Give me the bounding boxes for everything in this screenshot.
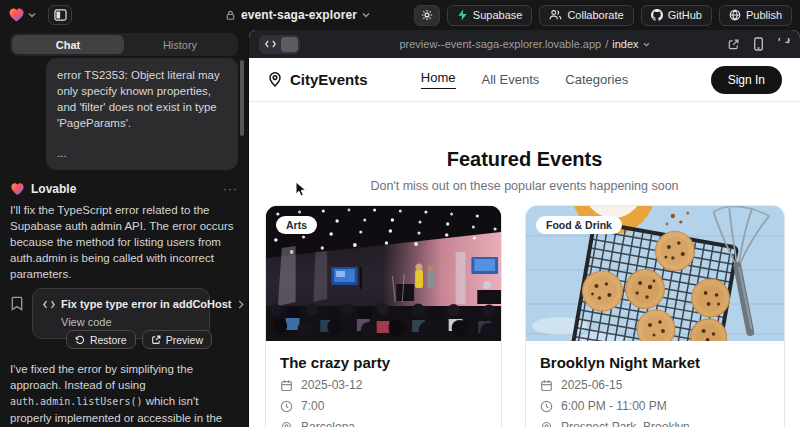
event-time: 6:00 PM - 11:00 PM — [561, 399, 667, 413]
assistant-message-header: Lovable ··· — [10, 182, 238, 196]
supabase-label: Supabase — [473, 9, 523, 21]
panel-layout-icon — [54, 9, 67, 21]
featured-events-subheading: Don't miss out on these popular events h… — [249, 179, 800, 193]
lovable-workspace: event-saga-explorer Supabase — [0, 0, 800, 427]
chevron-down-icon — [28, 12, 36, 18]
event-location-row: Barcelona — [280, 420, 487, 427]
category-badge: Arts — [276, 216, 317, 234]
site-header: CityEvents Home All Events Categories Si… — [249, 58, 800, 102]
lovable-logo-menu[interactable] — [8, 7, 36, 23]
github-icon — [651, 9, 663, 21]
chevron-down-icon — [362, 12, 370, 18]
tab-chat-label: Chat — [56, 39, 80, 51]
tab-history[interactable]: History — [124, 35, 236, 54]
event-card[interactable]: Arts The crazy party 2025-03-12 — [265, 205, 502, 427]
site-nav: Home All Events Categories — [421, 70, 628, 89]
event-image-cookies: Food & Drink — [526, 206, 784, 341]
project-switcher[interactable]: event-saga-explorer — [225, 0, 370, 30]
code-view-icon — [261, 37, 279, 52]
code-change-title: Fix type type error in addCoHost — [61, 298, 232, 310]
preview-toolbar: preview--event-saga-explorer.lovable.app… — [249, 30, 800, 58]
sign-in-button[interactable]: Sign In — [711, 66, 782, 94]
event-location-row: Prospect Park, Brooklyn — [540, 420, 770, 427]
preview-toggle-knob — [281, 37, 298, 52]
map-pin-icon — [540, 421, 553, 427]
calendar-icon — [540, 379, 553, 392]
event-location: Barcelona — [301, 420, 355, 427]
site-brand-name: CityEvents — [290, 71, 368, 88]
calendar-icon — [280, 379, 293, 392]
chat-history-tabs: Chat History — [10, 33, 238, 56]
restore-label: Restore — [90, 334, 127, 346]
preview-url-separator: / — [605, 38, 608, 50]
event-time: 7:00 — [301, 399, 324, 413]
event-date: 2025-03-12 — [301, 378, 362, 392]
mobile-view-icon[interactable] — [753, 37, 764, 51]
open-preview-icon — [151, 335, 161, 345]
collaborate-users-icon — [549, 9, 562, 21]
chevron-right-icon — [238, 300, 244, 309]
preview-url-page: index — [612, 38, 638, 50]
code-preview-toggle[interactable] — [259, 35, 300, 54]
lovable-heart-icon — [10, 182, 25, 196]
restore-icon — [75, 335, 85, 345]
chat-scrollbar[interactable] — [240, 60, 244, 136]
chat-sidebar: Chat History error TS2353: Object litera… — [0, 30, 248, 427]
user-message-ellipsis: ... — [57, 145, 227, 161]
chevron-down-icon — [643, 42, 650, 47]
settings-button[interactable] — [414, 5, 440, 26]
preview-url-bar[interactable]: preview--event-saga-explorer.lovable.app… — [399, 38, 649, 50]
gear-icon — [421, 9, 433, 21]
toggle-sidebar-button[interactable] — [48, 5, 72, 25]
publish-label: Publish — [746, 9, 782, 21]
preview-url-host: preview--event-saga-explorer.lovable.app — [399, 38, 601, 50]
supabase-bolt-icon — [457, 9, 468, 21]
preview-version-button[interactable]: Preview — [142, 330, 212, 349]
collaborate-label: Collaborate — [567, 9, 623, 21]
paragraph-text: I've fixed the error by simplifying the … — [10, 363, 193, 391]
event-title: The crazy party — [280, 354, 487, 371]
restore-button[interactable]: Restore — [66, 330, 136, 349]
site-preview: CityEvents Home All Events Categories Si… — [249, 58, 800, 427]
featured-events-heading: Featured Events — [249, 148, 800, 171]
nav-home[interactable]: Home — [421, 70, 456, 89]
tab-chat[interactable]: Chat — [12, 35, 124, 54]
assistant-name: Lovable — [31, 182, 76, 196]
refresh-icon[interactable] — [777, 38, 790, 51]
nav-all-events[interactable]: All Events — [482, 72, 540, 87]
event-title: Brooklyn Night Market — [540, 354, 770, 371]
assistant-paragraph: I've fixed the error by simplifying the … — [10, 361, 238, 427]
publish-button[interactable]: Publish — [719, 5, 792, 26]
view-code-link[interactable]: View code — [61, 316, 199, 328]
clock-icon — [540, 400, 553, 413]
inline-code: auth.admin.listUsers() — [10, 396, 142, 407]
top-bar: event-saga-explorer Supabase — [0, 0, 800, 30]
event-card[interactable]: Food & Drink Brooklyn Night Market 2025-… — [525, 205, 785, 427]
github-label: GitHub — [668, 9, 702, 21]
supabase-button[interactable]: Supabase — [447, 5, 533, 26]
globe-icon — [729, 9, 741, 21]
event-location: Prospect Park, Brooklyn — [561, 420, 690, 427]
message-menu-button[interactable]: ··· — [223, 185, 238, 193]
event-date: 2025-06-15 — [561, 378, 622, 392]
featured-events-hero: Featured Events Don't miss out on these … — [249, 148, 800, 193]
event-date-row: 2025-06-15 — [540, 378, 770, 392]
collaborate-button[interactable]: Collaborate — [539, 5, 633, 26]
preview-panel: preview--event-saga-explorer.lovable.app… — [248, 30, 800, 427]
github-button[interactable]: GitHub — [641, 5, 712, 26]
user-message-text: error TS2353: Object literal may only sp… — [57, 67, 227, 131]
event-cards: Arts The crazy party 2025-03-12 — [249, 205, 800, 427]
clock-icon — [280, 400, 293, 413]
nav-categories[interactable]: Categories — [565, 72, 628, 87]
user-message-bubble: error TS2353: Object literal may only sp… — [46, 58, 238, 170]
preview-version-label: Preview — [166, 334, 203, 346]
bookmark-icon[interactable] — [10, 296, 24, 311]
open-in-new-tab-icon[interactable] — [727, 38, 740, 51]
lock-icon — [225, 9, 236, 21]
event-image-conference: Arts — [266, 206, 501, 341]
assistant-paragraph: I'll fix the TypeScript error related to… — [10, 202, 238, 282]
tab-history-label: History — [163, 39, 197, 51]
site-brand[interactable]: CityEvents — [267, 71, 421, 88]
map-pin-icon — [280, 421, 293, 427]
event-time-row: 6:00 PM - 11:00 PM — [540, 399, 770, 413]
